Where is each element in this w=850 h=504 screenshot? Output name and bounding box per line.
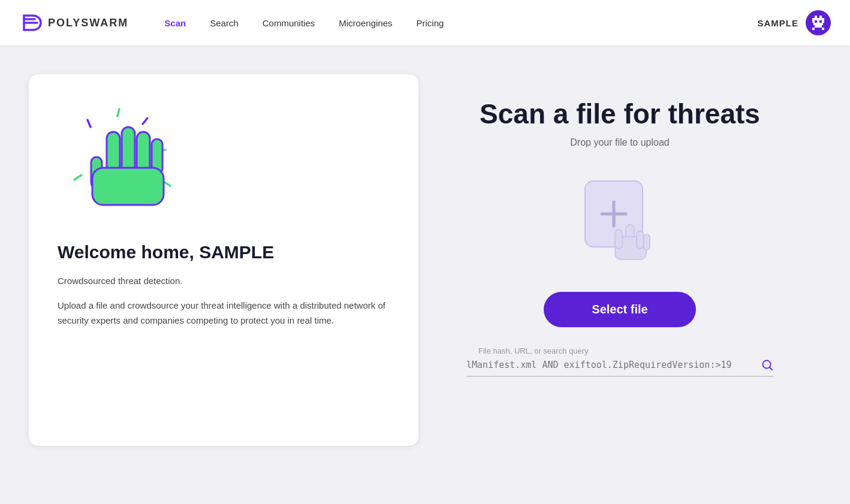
svg-rect-3: [812, 20, 815, 23]
svg-rect-6: [813, 23, 823, 25]
welcome-card: Welcome home, SAMPLE Crowdsourced threat…: [29, 74, 418, 446]
hand-illustration: [58, 103, 189, 223]
scan-section: Scan a file for threats Drop your file t…: [418, 74, 821, 401]
scan-title: Scan a file for threats: [480, 98, 760, 130]
svg-rect-5: [822, 20, 824, 23]
select-file-button[interactable]: Select file: [544, 292, 695, 327]
svg-rect-21: [92, 168, 164, 205]
upload-illustration: [566, 172, 674, 268]
main-content: Welcome home, SAMPLE Crowdsourced threat…: [0, 46, 850, 475]
upload-icon-container: [566, 172, 674, 268]
logo-icon: [19, 11, 43, 35]
avatar-icon: [809, 13, 828, 32]
svg-line-12: [143, 118, 147, 124]
avatar[interactable]: [806, 10, 831, 35]
svg-line-10: [88, 120, 91, 127]
welcome-title: Welcome home, SAMPLE: [58, 242, 390, 262]
welcome-subtitle: Crowdsourced threat detection.: [58, 274, 390, 288]
logo-text: POLYSWARM: [48, 17, 128, 29]
nav-links: Scan Search Communities Microengines Pri…: [152, 0, 757, 46]
svg-line-14: [74, 175, 82, 180]
svg-rect-28: [615, 230, 622, 249]
svg-rect-17: [122, 127, 135, 174]
svg-rect-7: [815, 25, 822, 28]
logo[interactable]: POLYSWARM: [19, 11, 128, 35]
search-input-container: lManifest.xml AND exiftool.ZipRequiredVe…: [466, 359, 773, 377]
navbar: POLYSWARM Scan Search Communities Microe…: [0, 0, 850, 46]
nav-microengines[interactable]: Microengines: [327, 0, 404, 46]
search-icon: [761, 359, 773, 371]
search-input[interactable]: lManifest.xml AND exiftool.ZipRequiredVe…: [466, 360, 761, 370]
nav-right: SAMPLE: [757, 10, 831, 35]
svg-line-32: [770, 367, 772, 370]
svg-rect-8: [812, 28, 815, 30]
search-button[interactable]: [761, 359, 773, 371]
search-label: File hash, URL, or search query: [478, 346, 773, 355]
drop-label: Drop your file to upload: [570, 137, 669, 148]
svg-rect-2: [812, 18, 824, 20]
svg-rect-1: [819, 16, 822, 18]
svg-line-11: [117, 109, 119, 116]
nav-username: SAMPLE: [757, 18, 798, 28]
nav-pricing[interactable]: Pricing: [405, 0, 456, 46]
hand-icon-container: [58, 103, 189, 223]
nav-search[interactable]: Search: [198, 0, 251, 46]
svg-rect-4: [817, 20, 819, 23]
welcome-description: Upload a file and crowdsource your threa…: [58, 298, 390, 328]
search-container: File hash, URL, or search query lManifes…: [454, 346, 785, 377]
nav-scan[interactable]: Scan: [152, 0, 198, 46]
svg-rect-9: [822, 28, 824, 30]
svg-rect-0: [815, 16, 817, 18]
svg-rect-30: [644, 234, 650, 250]
nav-communities[interactable]: Communities: [251, 0, 327, 46]
svg-rect-29: [637, 231, 644, 249]
